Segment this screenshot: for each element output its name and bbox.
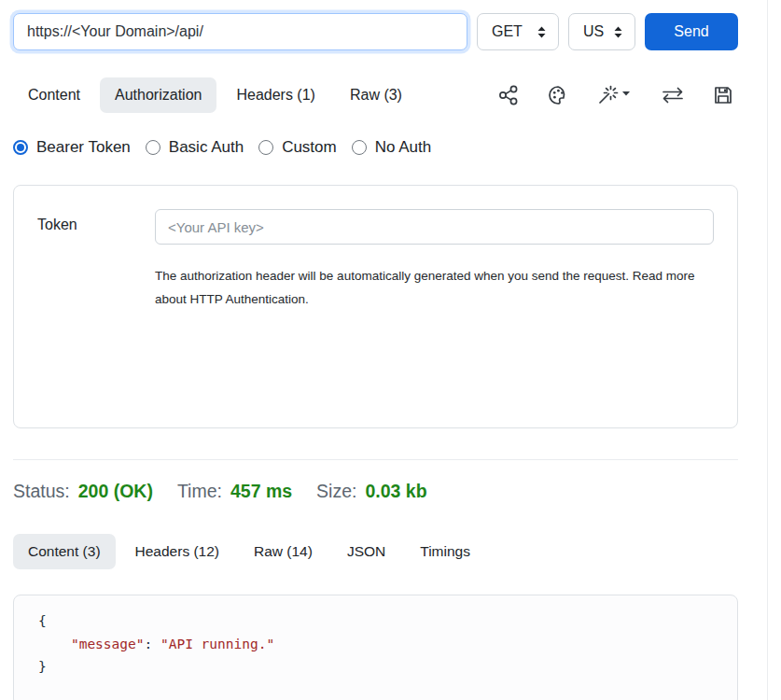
bearer-token-panel: Token The authorization header will be a… [13,185,738,428]
radio-icon [146,140,160,155]
save-icon [712,84,734,106]
radio-label: Bearer Token [36,138,131,157]
resp-tab-headers[interactable]: Headers (12) [120,534,234,569]
code-key: "message" [71,637,145,651]
auth-option-custom[interactable]: Custom [258,138,337,157]
request-bar: GET US Send [13,13,738,50]
code-line: } [38,655,718,679]
request-toolbar [497,84,738,106]
time-group: Time: 457 ms [177,481,292,502]
section-divider [13,459,738,460]
region-select[interactable]: US [568,13,635,50]
response-body-viewer[interactable]: { "message": "API running." } [13,595,738,700]
generate-code-button[interactable] [596,84,634,106]
token-input[interactable] [155,209,714,245]
auth-help-text: The authorization header will be automat… [155,264,714,311]
main-content: GET US Send Content Authorization Header… [13,13,738,700]
status-group: Status: 200 (OK) [13,481,153,502]
code-brace: } [38,659,47,674]
request-tabs-row: Content Authorization Headers (1) Raw (3… [13,77,738,113]
response-tabs: Content (3) Headers (12) Raw (14) JSON T… [13,534,738,569]
api-request-tool: GET US Send Content Authorization Header… [0,0,781,700]
compare-button[interactable] [661,84,685,106]
compare-swap-icon [661,84,685,106]
save-button[interactable] [712,84,734,106]
code-indent [38,637,71,651]
code-colon: : [145,637,160,651]
time-label: Time: [177,481,222,502]
resp-tab-content[interactable]: Content (3) [13,534,116,569]
radio-label: Custom [282,138,337,157]
auth-option-bearer-token[interactable]: Bearer Token [13,138,131,157]
radio-selected-icon [13,140,28,155]
scrollbar-track[interactable] [767,0,768,700]
tab-authorization[interactable]: Authorization [100,77,216,113]
auth-type-options: Bearer Token Basic Auth Custom No Auth [13,138,738,157]
radio-label: Basic Auth [169,138,244,157]
code-brace: { [38,613,47,628]
send-button[interactable]: Send [645,13,738,50]
radio-label: No Auth [375,138,432,157]
theme-palette-icon [547,84,569,106]
size-label: Size: [316,481,356,502]
token-label: Token [37,209,155,233]
status-label: Status: [13,481,70,502]
status-value: 200 (OK) [78,481,153,502]
radio-icon [258,140,273,155]
tab-headers[interactable]: Headers (1) [221,77,329,113]
request-tabs: Content Authorization Headers (1) Raw (3… [13,77,417,113]
tab-content[interactable]: Content [13,77,95,113]
auth-option-basic-auth[interactable]: Basic Auth [146,138,244,157]
region-select-value: US [583,23,604,40]
size-value: 0.03 kb [365,481,426,502]
url-input[interactable] [13,13,467,50]
auth-option-no-auth[interactable]: No Auth [352,138,432,157]
size-group: Size: 0.03 kb [316,481,427,502]
updown-arrows-icon [536,25,548,39]
code-value: "API running." [160,637,274,651]
share-button[interactable] [497,84,520,106]
code-line: "message": "API running." [38,633,718,656]
tab-raw[interactable]: Raw (3) [335,77,417,113]
token-row: Token [37,209,714,245]
generate-code-wand-icon [596,84,634,106]
response-status-row: Status: 200 (OK) Time: 457 ms Size: 0.03… [13,481,738,502]
method-select[interactable]: GET [477,13,559,50]
resp-tab-raw[interactable]: Raw (14) [239,534,328,569]
share-icon [497,84,520,106]
code-line: { [38,609,718,633]
method-select-value: GET [492,23,523,40]
resp-tab-timings[interactable]: Timings [405,534,485,569]
updown-arrows-icon [612,25,624,39]
radio-icon [352,140,367,155]
time-value: 457 ms [230,481,292,502]
theme-button[interactable] [547,84,569,106]
resp-tab-json[interactable]: JSON [332,534,400,569]
